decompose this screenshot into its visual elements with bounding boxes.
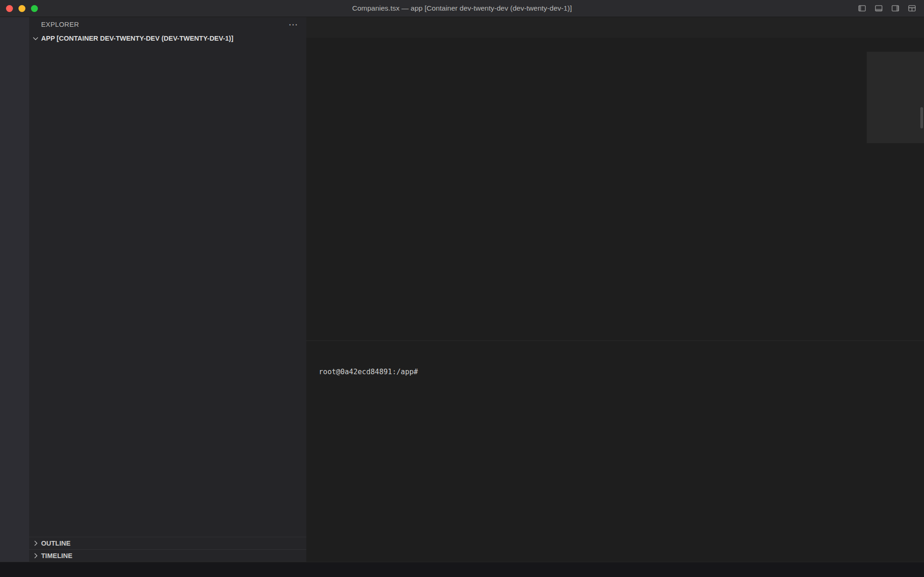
chevron-right-icon [32,540,39,547]
explorer-sidebar: EXPLORER ⋯ APP [CONTAINER DEV-TWENTY-DEV… [29,17,306,562]
vscode-window: Companies.tsx — app [Container dev-twent… [0,0,924,577]
explorer-title: EXPLORER [41,21,79,28]
chevron-right-icon [32,552,39,559]
zoom-window-button[interactable] [31,5,38,12]
explorer-more-actions-icon[interactable]: ⋯ [289,22,298,27]
activity-bar [0,17,29,562]
code-editor[interactable] [306,52,924,340]
editor-scrollbar[interactable] [920,107,923,128]
panel-left-icon[interactable] [857,4,867,13]
panel-bottom-icon[interactable] [874,4,883,13]
breadcrumb [306,38,924,52]
window-controls [0,5,38,12]
title-bar: Companies.tsx — app [Container dev-twent… [0,0,924,17]
status-bar [0,562,924,577]
project-section-title: APP [CONTAINER DEV-TWENTY-DEV (DEV-TWENT… [41,35,233,42]
timeline-section[interactable]: TIMELINE [29,549,306,562]
outline-label: OUTLINE [41,540,71,547]
terminal[interactable]: root@0a42ecd84891:/app# [306,360,924,562]
close-window-button[interactable] [6,5,13,12]
file-tree [29,45,306,537]
panel-right-icon[interactable] [891,4,900,13]
project-section-header[interactable]: APP [CONTAINER DEV-TWENTY-DEV (DEV-TWENT… [29,32,306,45]
outline-section[interactable]: OUTLINE [29,537,306,549]
layout-icon[interactable] [907,4,917,13]
minimize-window-button[interactable] [18,5,25,12]
minimap-slider[interactable] [867,52,924,143]
chevron-down-icon [32,35,39,42]
timeline-label: TIMELINE [41,552,73,559]
window-title: Companies.tsx — app [Container dev-twent… [0,4,924,12]
bottom-panel: root@0a42ecd84891:/app# [306,340,924,562]
editor-region: root@0a42ecd84891:/app# [306,17,924,562]
minimap[interactable] [867,52,924,340]
editor-tabs [306,17,924,38]
terminal-prompt: root@0a42ecd84891:/app# [319,368,418,376]
titlebar-layout-actions [857,4,924,13]
